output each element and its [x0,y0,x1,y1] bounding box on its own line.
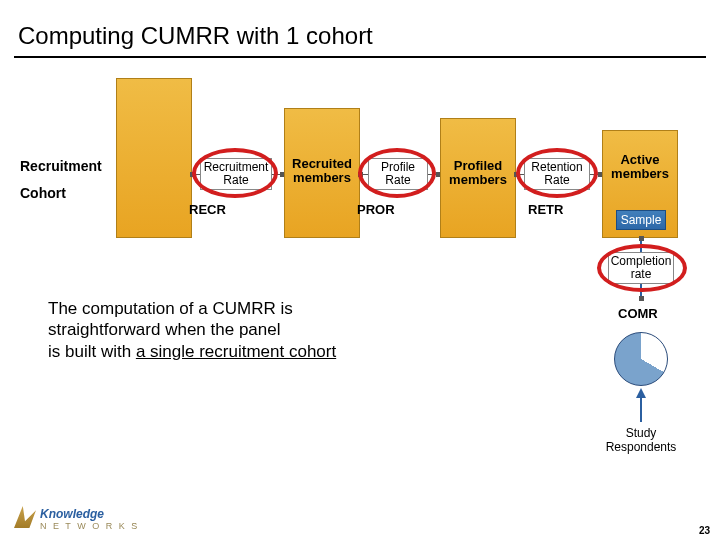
code-retr: RETR [528,202,563,217]
body-text: The computation of a CUMRR is straightfo… [48,298,336,362]
bar-label-recruited: Recruitedmembers [285,157,359,186]
slide-title: Computing CUMRR with 1 cohort [18,22,373,50]
highlight-circle-recr [192,148,278,198]
code-pror: PROR [357,202,395,217]
sample-box: Sample [616,210,666,230]
logo-text: Knowledge N E T W O R K S [40,504,139,530]
body-line-3: is built with a single recruitment cohor… [48,341,336,362]
arrow-shaft [640,396,642,422]
arrow-up-icon [636,388,646,398]
bar-recruited: Recruitedmembers [284,108,360,238]
code-comr: COMR [618,306,658,321]
footer-logo: Knowledge N E T W O R K S [14,504,139,530]
pie-icon [614,332,668,386]
body-line-1: The computation of a CUMRR is [48,298,336,319]
logo-mark-icon [14,506,36,528]
title-rule [14,56,706,58]
body-line-3-underline: a single recruitment cohort [136,342,336,361]
highlight-circle-comr [597,244,687,292]
bar-label-profiled: Profiledmembers [441,159,515,188]
axis-label-recruitment: Recruitment [20,158,102,174]
bar-label-active: Activemembers [603,153,677,182]
logo-brand: Knowledge [40,507,104,521]
axis-label-cohort: Cohort [20,185,66,201]
code-recr: RECR [189,202,226,217]
body-line-3a: is built with [48,342,136,361]
highlight-circle-pror [358,148,436,198]
foot-label-study-respondents: StudyRespondents [596,426,686,454]
body-line-2: straightforward when the panel [48,319,336,340]
connector-end [639,236,644,241]
bar-profiled: Profiledmembers [440,118,516,238]
bar-cohort [116,78,192,238]
highlight-circle-retr [516,148,598,198]
logo-sub: N E T W O R K S [40,522,139,530]
page-number: 23 [699,525,710,536]
pie-respondents [614,332,668,386]
connector-end [639,296,644,301]
